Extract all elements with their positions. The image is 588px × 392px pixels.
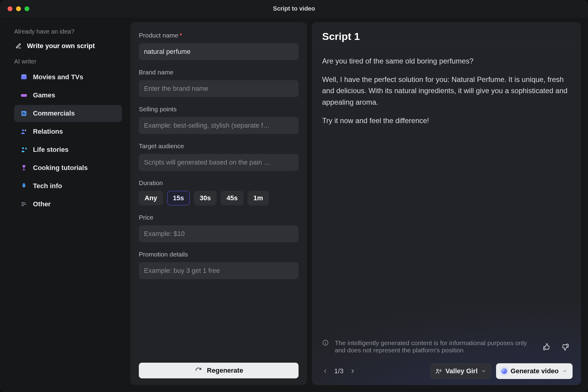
label-price: Price — [139, 214, 299, 221]
generate-label: Generate video — [511, 367, 559, 375]
group-product-name: Product name* — [139, 29, 299, 60]
disclaimer-text: The intelligently generated content is f… — [335, 339, 537, 354]
thumbs-down-button[interactable] — [559, 341, 571, 353]
script-paragraph: Well, I have the perfect solution for yo… — [322, 74, 571, 108]
write-own-script-button[interactable]: Write your own script — [14, 40, 122, 56]
app-window: Script to video Already have an idea? Wr… — [0, 0, 588, 392]
sidebar-idea-label: Already have an idea? — [14, 28, 122, 35]
svg-point-6 — [22, 129, 24, 131]
write-own-label: Write your own script — [27, 42, 95, 50]
sidebar-item-label: Cooking tutorials — [33, 164, 88, 172]
group-promotion: Promotion details — [139, 248, 299, 279]
script-body: Are you tired of the same old boring per… — [312, 48, 581, 336]
disclaimer-row: The intelligently generated content is f… — [312, 336, 581, 358]
brand-name-input[interactable] — [139, 80, 299, 97]
pager-next-button[interactable] — [348, 366, 358, 376]
titlebar: Script to video — [0, 0, 588, 17]
right-controls: Valley Girl Generate video — [430, 363, 573, 379]
form-footer: Regenerate — [139, 363, 299, 378]
script-header: Script 1 — [312, 22, 581, 48]
sidebar-item-label: Movies and TVs — [33, 73, 83, 81]
label-text: Product name — [139, 32, 178, 39]
label-selling-points: Selling points — [139, 106, 299, 113]
sidebar-item-movies-tvs[interactable]: Movies and TVs — [14, 69, 122, 86]
svg-rect-10 — [23, 170, 25, 170]
chevron-down-icon — [562, 369, 567, 374]
duration-chip-45s[interactable]: 45s — [221, 191, 243, 205]
sidebar-item-tech-info[interactable]: Tech info — [14, 178, 122, 194]
script-paragraph: Are you tired of the same old boring per… — [322, 55, 571, 67]
group-brand-name: Brand name — [139, 66, 299, 97]
voice-label: Valley Girl — [446, 367, 478, 375]
close-window-button[interactable] — [8, 6, 12, 11]
duration-chip-15s[interactable]: 15s — [167, 191, 190, 205]
required-asterisk: * — [180, 32, 182, 39]
product-name-input[interactable] — [139, 43, 299, 60]
equalizer-icon — [20, 109, 28, 118]
rocket-icon — [20, 182, 28, 190]
group-target-audience: Target audience — [139, 139, 299, 171]
group-price: Price — [139, 211, 299, 242]
duration-chip-any[interactable]: Any — [139, 191, 163, 205]
sidebar-item-label: Life stories — [33, 146, 68, 154]
people-icon — [20, 127, 28, 136]
sidebar-item-relations[interactable]: Relations — [14, 123, 122, 140]
pager: 1/3 — [320, 366, 358, 376]
group-duration: Duration Any 15s 30s 45s 1m — [139, 176, 299, 205]
person-speaker-icon — [20, 145, 28, 154]
svg-rect-4 — [24, 112, 24, 115]
svg-rect-0 — [21, 75, 27, 79]
price-input[interactable] — [139, 225, 299, 242]
minimize-window-button[interactable] — [16, 6, 21, 11]
label-target-audience: Target audience — [139, 142, 299, 150]
maximize-window-button[interactable] — [24, 6, 29, 11]
selling-points-input[interactable] — [139, 117, 299, 134]
sparkle-icon — [501, 368, 507, 374]
window-title: Script to video — [273, 5, 315, 12]
script-footer: 1/3 Valley Girl — [312, 358, 581, 385]
duration-chip-30s[interactable]: 30s — [194, 191, 217, 205]
label-promotion: Promotion details — [139, 251, 299, 258]
gamepad-icon — [20, 91, 28, 100]
duration-chip-1m[interactable]: 1m — [248, 191, 269, 205]
script-paragraph: Try it now and feel the difference! — [322, 115, 571, 126]
pager-text: 1/3 — [334, 367, 344, 375]
svg-rect-9 — [24, 168, 24, 170]
script-title: Script 1 — [322, 31, 571, 42]
svg-rect-1 — [22, 74, 26, 75]
lines-icon — [20, 200, 28, 208]
refresh-icon — [194, 366, 203, 375]
svg-point-18 — [436, 369, 438, 371]
form-panel: Product name* Brand name Selling points … — [130, 22, 307, 385]
sidebar-item-label: Games — [33, 91, 55, 99]
sidebar-item-commercials[interactable]: Commercials — [14, 105, 122, 122]
sidebar-item-label: Tech info — [33, 182, 62, 190]
thumbs-up-button[interactable] — [541, 341, 553, 353]
regenerate-label: Regenerate — [207, 367, 243, 374]
regenerate-button[interactable]: Regenerate — [139, 363, 299, 378]
sidebar-item-life-stories[interactable]: Life stories — [14, 141, 122, 158]
sidebar-item-label: Other — [33, 200, 51, 208]
pager-prev-button[interactable] — [320, 366, 330, 376]
sidebar-categories: Movies and TVs Games Commercials — [14, 69, 122, 213]
script-panel: Script 1 Are you tired of the same old b… — [312, 22, 581, 385]
sidebar-ai-label: AI writer — [14, 58, 122, 65]
sidebar-item-other[interactable]: Other — [14, 196, 122, 213]
generate-video-button[interactable]: Generate video — [496, 363, 573, 379]
sidebar-item-label: Relations — [33, 128, 63, 136]
svg-point-11 — [24, 185, 24, 186]
info-icon — [322, 339, 331, 346]
chevron-down-icon — [481, 369, 486, 374]
label-product-name: Product name* — [139, 32, 299, 39]
movies-icon — [20, 73, 28, 81]
target-audience-input[interactable] — [139, 154, 299, 171]
sidebar-item-cooking[interactable]: Cooking tutorials — [14, 159, 122, 176]
promotion-input[interactable] — [139, 262, 299, 279]
label-brand-name: Brand name — [139, 69, 299, 76]
duration-options: Any 15s 30s 45s 1m — [139, 191, 299, 205]
svg-point-7 — [25, 130, 26, 131]
wine-glass-icon — [20, 164, 28, 172]
sidebar-item-games[interactable]: Games — [14, 87, 122, 104]
sidebar: Already have an idea? Write your own scr… — [6, 22, 126, 385]
voice-select-button[interactable]: Valley Girl — [430, 363, 491, 379]
